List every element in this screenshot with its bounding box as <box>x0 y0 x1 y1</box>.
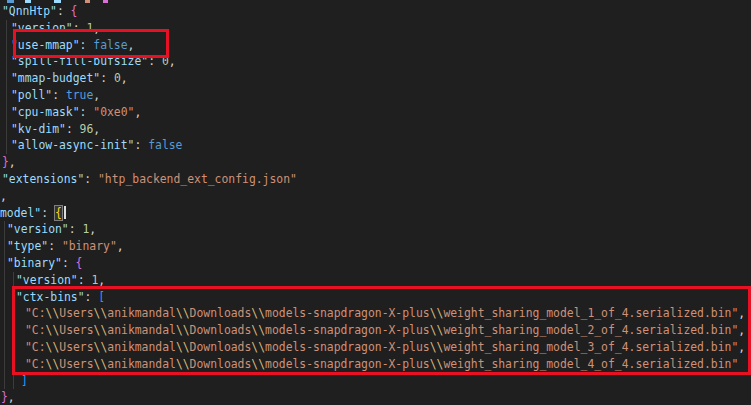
token: : <box>48 239 62 253</box>
token: Users <box>59 340 93 354</box>
code-line[interactable]: "cpu-mask": "0xe0", <box>0 104 751 121</box>
code-line[interactable]: "allow-async-init": false <box>0 137 751 154</box>
escape-sequence: \\ <box>94 323 108 337</box>
token: "poll" <box>11 88 52 102</box>
token: "C: <box>25 323 46 337</box>
code-line[interactable]: "ctx-bins": [ <box>0 289 751 306</box>
escape-sequence: \\ <box>251 340 265 354</box>
code-line[interactable]: "version": 1, <box>0 221 751 238</box>
token: "C: <box>25 357 46 371</box>
escape-sequence: \\ <box>430 323 444 337</box>
token: "version" <box>7 222 69 236</box>
token: "QnnHtp" <box>2 4 57 18</box>
token: "ctx-bins" <box>16 290 85 304</box>
token: models-snapdragon-X-plus <box>265 357 430 371</box>
code-line[interactable]: "spill-fill-bufsize": 0, <box>0 53 751 70</box>
token: , <box>93 122 100 136</box>
token: model" <box>0 206 41 220</box>
escape-sequence: \\ <box>94 306 108 320</box>
code-line[interactable]: "type": "binary", <box>0 238 751 255</box>
code-line[interactable]: "C:\\Users\\anikmandal\\Downloads\\model… <box>0 322 751 339</box>
token: } <box>1 390 8 404</box>
token: : <box>80 105 94 119</box>
token: : <box>41 206 55 220</box>
token: "C: <box>25 340 46 354</box>
code-line[interactable]: "binary": { <box>0 255 751 272</box>
code-line[interactable]: "kv-dim": 96, <box>0 121 751 138</box>
token: weight_sharing_model_3_of_4.serialized.b… <box>443 340 738 354</box>
token: 0 <box>162 54 169 68</box>
token: Downloads <box>190 340 252 354</box>
code-line[interactable]: "C:\\Users\\anikmandal\\Downloads\\model… <box>0 305 751 322</box>
escape-sequence: \\ <box>176 340 190 354</box>
code-line[interactable]: model": { <box>0 205 751 222</box>
escape-sequence: \\ <box>251 306 265 320</box>
token: : <box>66 122 80 136</box>
code-line[interactable]: "C:\\Users\\anikmandal\\Downloads\\model… <box>0 356 751 373</box>
token: { <box>71 4 78 18</box>
token: "version" <box>16 273 78 287</box>
token: , <box>0 189 7 203</box>
token: "version" <box>11 21 73 35</box>
code-area[interactable]: "QnnHtp": {"version": 1,"use-mmap": fals… <box>0 3 751 405</box>
escape-sequence: \\ <box>251 323 265 337</box>
token: false <box>148 138 182 152</box>
escape-sequence: \\ <box>176 357 190 371</box>
token: : <box>57 4 71 18</box>
escape-sequence: \\ <box>46 323 60 337</box>
token: , <box>128 38 135 52</box>
token: "kv-dim" <box>11 122 66 136</box>
token: Users <box>59 323 93 337</box>
token: Downloads <box>190 306 252 320</box>
token: false <box>93 38 127 52</box>
token: ] <box>21 374 28 388</box>
escape-sequence: \\ <box>176 306 190 320</box>
token: : <box>52 88 66 102</box>
token: "mmap-budget" <box>11 71 100 85</box>
code-line[interactable]: "use-mmap": false, <box>0 37 751 54</box>
token: : <box>80 38 94 52</box>
token: : <box>84 172 98 186</box>
escape-sequence: \\ <box>46 357 60 371</box>
code-line[interactable]: , <box>0 188 751 205</box>
token: "binary" <box>62 239 117 253</box>
code-line[interactable]: }, <box>0 154 751 171</box>
vscode-editor-viewport: "QnnHtp": {"version": 1,"use-mmap": fals… <box>0 0 751 405</box>
text-cursor <box>64 206 66 219</box>
token: : <box>134 138 148 152</box>
escape-sequence: \\ <box>46 306 60 320</box>
code-line[interactable]: "mmap-budget": 0, <box>0 70 751 87</box>
token: Downloads <box>190 357 252 371</box>
escape-sequence: \\ <box>46 340 60 354</box>
token: , <box>738 323 745 337</box>
matched-bracket: { <box>55 206 62 220</box>
code-line[interactable]: "QnnHtp": { <box>0 3 751 20</box>
code-line[interactable]: "poll": true, <box>0 87 751 104</box>
token: true <box>66 88 93 102</box>
token: Users <box>59 306 93 320</box>
token: , <box>738 306 745 320</box>
token: , <box>89 222 96 236</box>
token: "htp_backend_ext_config.json" <box>98 172 297 186</box>
code-line[interactable]: }, <box>0 389 751 405</box>
escape-sequence: \\ <box>176 323 190 337</box>
escape-sequence: \\ <box>251 357 265 371</box>
code-line[interactable]: "C:\\Users\\anikmandal\\Downloads\\model… <box>0 339 751 356</box>
token: models-snapdragon-X-plus <box>265 323 430 337</box>
token: , <box>93 21 100 35</box>
token: { <box>76 256 83 270</box>
token: , <box>93 88 100 102</box>
token: "binary" <box>7 256 62 270</box>
token: anikmandal <box>107 306 176 320</box>
token: "extensions" <box>2 172 84 186</box>
token: weight_sharing_model_4_of_4.serialized.b… <box>443 357 738 371</box>
token: : <box>85 290 99 304</box>
code-line[interactable]: "extensions": "htp_backend_ext_config.js… <box>0 171 751 188</box>
code-line[interactable]: "version": 1, <box>0 272 751 289</box>
token: weight_sharing_model_1_of_4.serialized.b… <box>443 306 738 320</box>
token: 96 <box>80 122 94 136</box>
code-line[interactable]: ] <box>0 373 751 390</box>
token: , <box>134 105 141 119</box>
token: anikmandal <box>107 340 176 354</box>
code-line[interactable]: "version": 1, <box>0 20 751 37</box>
